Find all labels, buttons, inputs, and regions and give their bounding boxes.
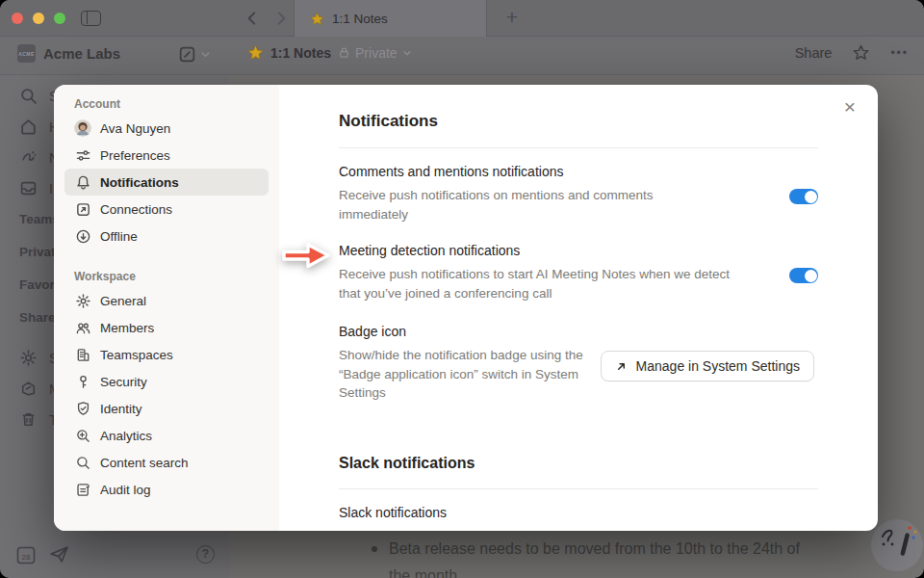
app-window: 1:1 Notes + ACME Acme Labs 1:1 Notes Pri… [0,0,924,578]
setting-description: Show/hide the notification badge using t… [339,346,597,403]
avatar [74,119,91,137]
settings-item-offline[interactable]: Offline [64,223,269,250]
workspace-logo: ACME [17,44,36,63]
settings-item-label: Content search [100,456,189,470]
workspace-section-label: Workspace [64,265,269,287]
chevron-down-icon [200,49,211,60]
external-arrow-icon [615,360,628,373]
settings-item-profile[interactable]: Ava Nguyen [64,115,269,142]
tab-title: 1:1 Notes [332,12,388,26]
settings-item-notifications[interactable]: Notifications [64,169,269,196]
setting-row-meeting-detection: Meeting detection notifications Receive … [339,243,818,302]
settings-item-analytics[interactable]: Analytics [64,422,269,449]
settings-item-general[interactable]: General [64,287,269,314]
share-button[interactable]: Share [795,45,833,61]
meeting-detection-toggle[interactable] [789,268,818,283]
members-icon [74,319,91,336]
settings-item-label: Members [100,321,154,335]
access-label: Private [355,45,398,61]
header-actions: Share ••• [795,44,909,61]
gear-icon [19,349,38,367]
settings-item-audit-log[interactable]: Audit log [64,476,269,503]
more-options-button[interactable]: ••• [890,46,909,60]
setting-row-comments: Comments and mentions notifications Rece… [339,164,818,223]
manage-system-settings-button[interactable]: Manage in System Settings [601,351,814,381]
settings-content: × Notifications Comments and mentions no… [279,85,878,531]
building-icon [74,346,91,363]
ai-face-icon [19,148,38,167]
sidebar-toggle-icon[interactable] [81,11,101,26]
download-circle-icon [74,227,91,245]
sidebar-section-private[interactable]: Privat [19,245,56,259]
settings-item-content-search[interactable]: Content search [64,449,269,476]
tab-bar: 1:1 Notes + [0,0,924,37]
divider [339,488,818,489]
settings-item-label: Teamspaces [100,348,173,362]
breadcrumb-title[interactable]: 1:1 Notes [270,45,331,61]
settings-item-label: Offline [100,229,138,244]
arrow-up-right-box-icon [74,200,91,218]
settings-item-connections[interactable]: Connections [64,196,269,223]
help-button[interactable]: ? [196,545,215,564]
setting-title: Meeting detection notifications [339,243,818,258]
bullet-text: Beta release needs to be moved from the … [366,536,808,578]
trash-icon [19,410,38,429]
send-icon[interactable] [48,543,70,565]
sidebar-item-settings[interactable]: S [19,349,58,367]
favorite-star-icon[interactable] [853,44,869,61]
new-tab-button[interactable]: + [499,5,526,32]
account-section-label: Account [64,92,269,115]
settings-item-label: General [100,294,146,308]
ai-assistant-badge[interactable] [871,519,923,571]
settings-item-teamspaces[interactable]: Teamspaces [64,341,269,368]
sidebar-section-shared[interactable]: Share [19,310,56,325]
setting-row-badge-icon: Badge icon Show/hide the notification ba… [339,324,818,403]
zoom-window-button[interactable] [54,13,65,24]
chevron-down-icon [402,48,412,58]
tab-1-1-notes[interactable]: 1:1 Notes [294,0,487,37]
setting-title: Comments and mentions notifications [339,164,818,179]
gear-icon [74,292,91,309]
svg-text:28: 28 [22,553,31,562]
settings-item-label: Audit log [100,483,151,497]
settings-item-members[interactable]: Members [64,314,269,341]
setting-title: Slack notifications [339,505,818,520]
settings-modal: Account Ava Nguyen Preferences Notificat… [54,85,878,531]
close-window-button[interactable] [12,13,23,24]
settings-item-security[interactable]: Security [64,368,269,395]
search-icon [19,87,38,105]
divider [339,147,818,148]
settings-item-preferences[interactable]: Preferences [64,142,269,169]
back-button[interactable] [244,10,261,27]
ai-wand-icon [871,519,923,571]
marketplace-icon [19,380,38,398]
setting-description: Receive notifications in your Slack work… [339,527,762,532]
lock-icon [338,46,350,59]
bell-icon [74,173,91,191]
sidebar-section-favorites[interactable]: Favori [19,277,59,292]
sliders-icon [74,146,91,164]
minimize-window-button[interactable] [33,13,44,24]
sidebar-item-notion-ai[interactable]: N [19,148,59,167]
search-icon [74,454,91,471]
sidebar-item-trash[interactable]: T [19,410,58,429]
sidebar-item-search[interactable]: S [19,87,58,105]
magnifier-plus-icon [74,427,91,444]
settings-item-identity[interactable]: Identity [64,395,269,422]
setting-row-slack: Slack notifications Receive notification… [339,505,818,532]
setting-title: Badge icon [339,324,818,339]
page-title: Notifications [339,112,818,131]
header-bar: ACME Acme Labs 1:1 Notes Private Share •… [0,37,924,75]
window-controls [12,13,65,24]
comments-notifications-toggle[interactable] [789,189,818,204]
calendar-icon[interactable]: 28 [15,544,37,565]
breadcrumb-star-icon [247,44,264,61]
close-icon[interactable]: × [837,94,862,119]
workspace-switcher[interactable]: ACME Acme Labs [17,44,120,63]
forward-button[interactable] [272,10,290,27]
sidebar-item-inbox[interactable]: I [19,179,53,197]
access-dropdown[interactable]: Private [338,45,412,61]
sidebar-item-home[interactable]: H [19,118,59,136]
new-page-button[interactable] [178,45,211,64]
slack-notifications-select[interactable]: Off [776,529,793,532]
